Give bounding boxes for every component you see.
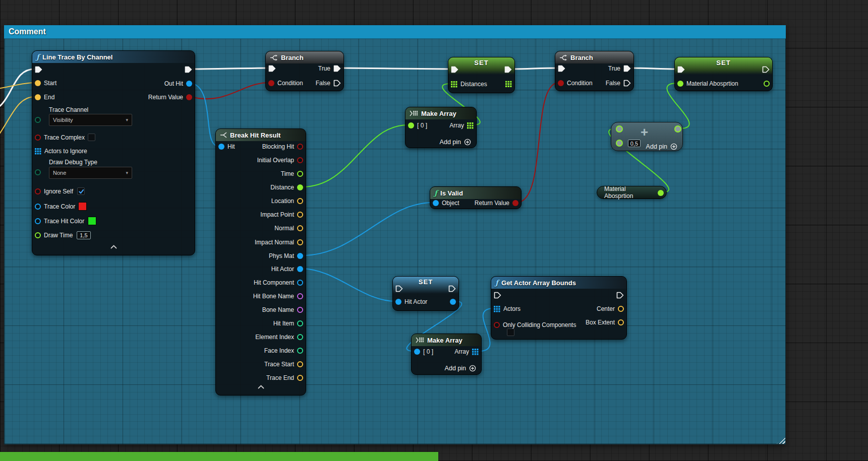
exec-pin-icon[interactable] (333, 65, 341, 72)
pin-icon[interactable] (297, 239, 303, 245)
node-get-actor-array-bounds[interactable]: ƒGet Actor Array BoundsActorsOnly Collid… (491, 276, 627, 340)
node-make-array-actor[interactable]: Make Array[ 0 ]ArrayAdd pin (411, 334, 482, 375)
pin-hit-component[interactable]: Hit Component (254, 279, 303, 286)
exec-pin-icon[interactable] (677, 66, 685, 73)
wire-exec-linetrace-branch1[interactable] (191, 68, 268, 69)
pin-icon[interactable] (677, 81, 683, 87)
pin-icon[interactable] (494, 322, 500, 328)
exec-pin-icon[interactable] (504, 66, 512, 73)
pin-exec[interactable] (558, 65, 565, 72)
pin-icon[interactable] (512, 200, 518, 206)
add-pin-button[interactable]: Add pin (646, 143, 677, 150)
node-make-array-float[interactable]: Make Array[ 0 ]ArrayAdd pin (405, 107, 477, 148)
pin-icon[interactable] (395, 299, 401, 305)
pin-trace-complex[interactable]: Trace Complex (35, 134, 85, 141)
pin-trace-end[interactable]: Trace End (266, 374, 303, 381)
node-header[interactable]: Branch (266, 51, 343, 63)
pin-icon[interactable] (35, 218, 41, 224)
node-header[interactable]: ƒLine Trace By Channel (32, 51, 195, 63)
pin-bone-name[interactable]: Bone Name (262, 306, 303, 313)
array-pin-icon[interactable] (505, 81, 512, 88)
collapse-chevron-icon[interactable] (32, 245, 195, 249)
pin-blocking-hit[interactable]: Blocking Hit (262, 143, 303, 150)
checkbox[interactable] (507, 328, 514, 336)
pin-icon[interactable] (35, 232, 41, 238)
pin-icon[interactable] (35, 80, 41, 86)
pin-icon[interactable] (297, 293, 303, 299)
node-add-float[interactable]: +0,5Add pin (611, 122, 683, 151)
pin-icon[interactable] (297, 320, 303, 326)
node-header[interactable]: Make Array (406, 107, 476, 119)
wire-bool-returnvalue-condition1[interactable] (191, 83, 268, 99)
pin-actors-to-ignore[interactable]: Actors to Ignore (35, 148, 87, 155)
pin-out-hit[interactable]: Out Hit (164, 80, 192, 87)
pin-hit-item[interactable]: Hit Item (273, 320, 303, 327)
pin-icon[interactable] (658, 190, 664, 196)
pin-return-value[interactable]: Return Value (475, 200, 518, 207)
pin-icon[interactable] (297, 198, 303, 204)
dropdown[interactable]: None▾ (49, 167, 132, 179)
pin-exec[interactable] (677, 66, 685, 73)
pin-icon[interactable] (618, 306, 624, 312)
pin-icon[interactable] (186, 94, 192, 100)
pin-material-abosprtion[interactable]: Material Abosprtion (677, 80, 738, 87)
array-pin-icon[interactable] (472, 349, 479, 355)
exec-pin-icon[interactable] (395, 285, 403, 292)
pin-icon[interactable] (268, 80, 274, 86)
pin-element-index[interactable]: Element Index (255, 334, 303, 341)
pin-icon[interactable] (297, 266, 303, 272)
pin-actors[interactable]: Actors (494, 305, 520, 312)
pin-icon[interactable] (414, 349, 420, 355)
node-line-trace-by-channel[interactable]: ƒLine Trace By ChannelStartEndTrace Comp… (32, 50, 195, 255)
checkbox[interactable] (88, 134, 95, 141)
wire-exec-branch2-setmaterial[interactable] (630, 68, 677, 69)
pin-exec[interactable] (494, 292, 501, 299)
color-swatch[interactable] (78, 202, 87, 211)
pin-icon[interactable] (297, 280, 303, 286)
pin-icon[interactable] (297, 212, 303, 218)
pin-icon[interactable] (297, 144, 303, 150)
dropdown[interactable]: Visibility▾ (49, 114, 132, 126)
pin-impact-point[interactable]: Impact Point (260, 211, 303, 218)
pin-exec[interactable] (616, 292, 624, 299)
pin-value[interactable] (505, 81, 512, 88)
pin-exec[interactable] (35, 66, 42, 73)
exec-pin-icon[interactable] (494, 292, 501, 299)
pin-icon[interactable] (297, 171, 303, 177)
pin-distance[interactable]: Distance (270, 184, 303, 191)
pin-object[interactable]: Object (433, 200, 459, 207)
value-field[interactable]: 0,5 (628, 140, 641, 147)
pin-return-value[interactable]: Return Value (148, 94, 192, 101)
pin-value[interactable] (616, 125, 623, 133)
pin-exec[interactable] (762, 66, 770, 73)
array-pin-icon[interactable] (467, 122, 474, 129)
pin-icon[interactable] (35, 94, 41, 100)
collapse-chevron-icon[interactable] (216, 385, 306, 389)
pin-end[interactable]: End (35, 94, 54, 101)
wire-vector-start[interactable] (0, 83, 35, 91)
exec-pin-icon[interactable] (35, 66, 42, 73)
array-pin-icon[interactable] (451, 81, 457, 88)
exec-pin-icon[interactable] (185, 66, 192, 73)
node-header[interactable]: ƒGet Actor Array Bounds (491, 277, 626, 289)
exec-pin-icon[interactable] (333, 80, 341, 87)
graph-canvas[interactable]: Comment ƒLine Trace By ChannelStartEndTr… (0, 0, 868, 461)
pin-icon[interactable] (297, 157, 303, 163)
pin-icon[interactable] (35, 188, 41, 194)
pin-exec[interactable] (185, 66, 192, 73)
node-set-material-abosprtion[interactable]: SETMaterial Abosprtion (674, 57, 773, 91)
wire-exec-setdistances-branch2[interactable] (511, 68, 558, 69)
pin-true[interactable]: True (608, 65, 631, 72)
pin-icon[interactable] (218, 144, 224, 150)
value-field[interactable]: 1,5 (77, 231, 91, 239)
pin-location[interactable]: Location (271, 197, 303, 205)
wire-object-physmat-isvalid[interactable] (302, 203, 433, 255)
pin-trace-start[interactable]: Trace Start (264, 361, 303, 368)
pin-exec[interactable] (504, 66, 512, 73)
pin-icon[interactable] (297, 184, 303, 190)
pin-icon[interactable] (450, 299, 456, 305)
pin-icon[interactable] (297, 348, 303, 354)
pin-hit[interactable]: Hit (218, 143, 235, 150)
pin-icon[interactable] (764, 81, 770, 87)
pin-condition[interactable]: Condition (558, 80, 593, 87)
